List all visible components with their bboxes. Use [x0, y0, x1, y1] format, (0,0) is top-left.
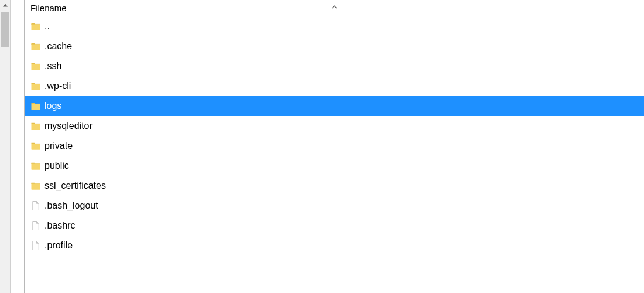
file-row[interactable]: public: [25, 156, 644, 176]
file-row[interactable]: .cache: [25, 36, 644, 56]
file-row[interactable]: private: [25, 136, 644, 156]
file-list-panel: Filename ...cache.ssh.wp-clilogsmysqledi…: [25, 0, 644, 293]
folder-icon: [30, 61, 41, 71]
filename-label: .profile: [44, 241, 73, 250]
file-row[interactable]: .wp-cli: [25, 76, 644, 96]
filename-label: .cache: [44, 42, 72, 51]
filename-label: .bash_logout: [44, 201, 98, 210]
folder-icon: [30, 180, 41, 191]
file-icon: [30, 200, 41, 211]
filename-label: public: [44, 161, 69, 171]
folder-icon: [30, 81, 41, 91]
scroll-up-arrow[interactable]: [0, 0, 10, 11]
file-list: ...cache.ssh.wp-clilogsmysqleditorprivat…: [25, 16, 644, 293]
file-icon: [30, 240, 41, 251]
filename-label: .wp-cli: [44, 81, 71, 91]
filename-label: .bashrc: [44, 221, 75, 230]
file-row[interactable]: .ssh: [25, 56, 644, 76]
folder-icon: [30, 101, 41, 111]
folder-icon: [30, 121, 41, 131]
file-row[interactable]: .profile: [25, 236, 644, 255]
filename-label: mysqleditor: [44, 121, 93, 131]
file-row[interactable]: ..: [25, 16, 644, 36]
filename-label: ssl_certificates: [44, 181, 106, 190]
folder-icon: [30, 161, 41, 171]
filename-label: logs: [44, 101, 61, 111]
column-header-row[interactable]: Filename: [25, 0, 644, 16]
column-header-filename[interactable]: Filename: [30, 3, 67, 13]
file-icon: [30, 220, 41, 231]
left-scrollbar[interactable]: [0, 0, 11, 293]
folder-icon: [30, 141, 41, 151]
file-row[interactable]: .bashrc: [25, 216, 644, 236]
panel-divider[interactable]: [11, 0, 25, 293]
folder-icon: [30, 21, 41, 32]
file-row[interactable]: .bash_logout: [25, 196, 644, 216]
filename-label: .ssh: [44, 62, 61, 71]
filename-label: private: [44, 141, 73, 151]
sort-indicator-icon: [331, 1, 337, 11]
file-row[interactable]: logs: [25, 96, 644, 116]
filename-label: ..: [44, 22, 50, 31]
file-row[interactable]: mysqleditor: [25, 116, 644, 136]
scroll-thumb[interactable]: [1, 12, 9, 47]
file-row[interactable]: ssl_certificates: [25, 176, 644, 196]
folder-icon: [30, 41, 41, 52]
